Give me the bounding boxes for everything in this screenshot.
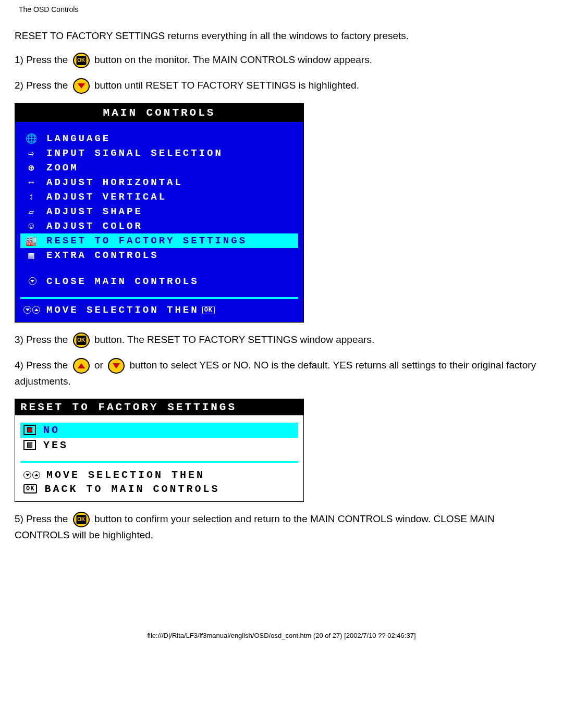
menu-reset-factory[interactable]: 🏭 RESET TO FACTORY SETTINGS bbox=[20, 233, 298, 248]
menu-label: ZOOM bbox=[46, 162, 79, 174]
option-yes-label: YES bbox=[43, 439, 68, 451]
globe-icon: 🌐 bbox=[23, 133, 41, 144]
menu-zoom[interactable]: ⊕ ZOOM bbox=[20, 161, 298, 175]
osd-main-controls: MAIN CONTROLS 🌐 LANGUAGE ⇨ INPUT SIGNAL … bbox=[15, 103, 304, 323]
close-label: CLOSE MAIN CONTROLS bbox=[46, 276, 199, 287]
menu-close[interactable]: CLOSE MAIN CONTROLS bbox=[20, 274, 298, 289]
menu-label: INPUT SIGNAL SELECTION bbox=[46, 147, 223, 159]
step-4: 4) Press the or button to select YES or … bbox=[15, 357, 548, 389]
up-button-icon bbox=[73, 358, 90, 374]
step-3-b: button. The RESET TO FACTORY SETTINGS wi… bbox=[94, 334, 374, 345]
down-button-icon bbox=[108, 358, 125, 374]
vertical-icon: ↕ bbox=[23, 192, 41, 202]
step-1-a: 1) Press the bbox=[15, 54, 71, 65]
menu-input-signal[interactable]: ⇨ INPUT SIGNAL SELECTION bbox=[20, 146, 298, 161]
option-yes[interactable]: YES bbox=[20, 438, 298, 453]
menu-label: RESET TO FACTORY SETTINGS bbox=[46, 235, 247, 246]
menu-label: ADJUST SHAPE bbox=[46, 206, 143, 217]
checkbox-icon bbox=[23, 440, 36, 450]
page-header: The OSD Controls bbox=[19, 5, 548, 14]
up-down-icon bbox=[23, 471, 41, 479]
step-1-b: button on the monitor. The MAIN CONTROLS… bbox=[94, 54, 372, 65]
menu-adjust-vertical[interactable]: ↕ ADJUST VERTICAL bbox=[20, 190, 298, 204]
osd1-title: MAIN CONTROLS bbox=[15, 104, 303, 122]
osd1-footer: MOVE SELECTION THEN OK bbox=[20, 297, 298, 318]
checkbox-icon bbox=[23, 425, 36, 435]
menu-label: ADJUST HORIZONTAL bbox=[46, 177, 183, 188]
menu-adjust-horizontal[interactable]: ↔ ADJUST HORIZONTAL bbox=[20, 175, 298, 190]
step-4-a: 4) Press the bbox=[15, 360, 71, 371]
option-no-label: NO bbox=[43, 424, 60, 436]
footer-text: MOVE SELECTION THEN bbox=[46, 304, 199, 316]
ok-button-icon: OK bbox=[73, 53, 90, 68]
down-button-icon bbox=[73, 78, 90, 94]
step-4-b: or bbox=[94, 360, 106, 371]
menu-adjust-shape[interactable]: ▱ ADJUST SHAPE bbox=[20, 204, 298, 219]
option-no[interactable]: NO bbox=[20, 423, 298, 438]
menu-language[interactable]: 🌐 LANGUAGE bbox=[20, 131, 298, 146]
arrow-in-icon: ⇨ bbox=[23, 147, 41, 159]
step-5: 5) Press the OK button to confirm your s… bbox=[15, 511, 548, 543]
osd-reset-factory: RESET TO FACTORY SETTINGS NO YES MOVE SE… bbox=[15, 399, 304, 502]
osd2-f2-text: BACK TO MAIN CONTROLS bbox=[44, 483, 219, 495]
menu-label: LANGUAGE bbox=[46, 133, 111, 144]
factory-icon: 🏭 bbox=[23, 235, 41, 246]
footer-file-path: file:///D|/Rita/LF3/lf3manual/english/OS… bbox=[15, 626, 548, 650]
menu-label: ADJUST VERTICAL bbox=[46, 191, 167, 203]
ok-chip-icon: OK bbox=[202, 306, 215, 314]
step-1: 1) Press the OK button on the monitor. T… bbox=[15, 52, 548, 68]
zoom-icon: ⊕ bbox=[23, 162, 41, 174]
step-2: 2) Press the button until RESET TO FACTO… bbox=[15, 78, 548, 94]
step-4-c: button to select YES or NO. NO is the de… bbox=[15, 360, 536, 387]
step-3-a: 3) Press the bbox=[15, 334, 71, 345]
close-icon bbox=[23, 277, 41, 285]
step-5-a: 5) Press the bbox=[15, 513, 71, 524]
menu-extra-controls[interactable]: ▤ EXTRA CONTROLS bbox=[20, 248, 298, 263]
intro-text: RESET TO FACTORY SETTINGS returns everyt… bbox=[15, 29, 548, 43]
list-icon: ▤ bbox=[23, 250, 41, 261]
menu-adjust-color[interactable]: ☺ ADJUST COLOR bbox=[20, 219, 298, 233]
palette-icon: ☺ bbox=[23, 221, 41, 231]
ok-button-icon: OK bbox=[73, 332, 90, 348]
step-2-b: button until RESET TO FACTORY SETTINGS i… bbox=[94, 80, 359, 91]
up-down-icon bbox=[23, 306, 41, 314]
horizontal-icon: ↔ bbox=[23, 177, 41, 188]
ok-button-icon: OK bbox=[73, 512, 90, 527]
shape-icon: ▱ bbox=[23, 206, 41, 217]
osd2-footer-1: MOVE SELECTION THEN bbox=[20, 468, 298, 482]
osd2-title: RESET TO FACTORY SETTINGS bbox=[15, 399, 303, 415]
osd2-f1-text: MOVE SELECTION THEN bbox=[46, 469, 205, 481]
menu-label: ADJUST COLOR bbox=[46, 220, 143, 232]
step-2-a: 2) Press the bbox=[15, 80, 71, 91]
osd2-footer-2: OK BACK TO MAIN CONTROLS bbox=[20, 482, 298, 496]
ok-chip-icon: OK bbox=[23, 484, 37, 493]
menu-label: EXTRA CONTROLS bbox=[46, 250, 159, 261]
step-3: 3) Press the OK button. The RESET TO FAC… bbox=[15, 332, 548, 348]
